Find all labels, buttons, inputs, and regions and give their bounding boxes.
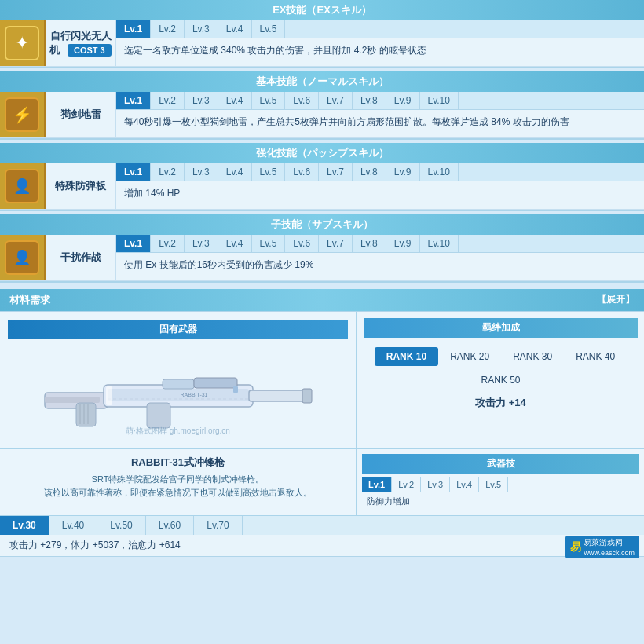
basic-level-tab-9[interactable]: Lv.9 [386, 92, 420, 109]
enhance-skill-section: 强化技能（パッシブスキル） 👤 特殊防弹板 Lv.1 Lv.2 Lv.3 Lv.… [0, 143, 644, 211]
ex-level-tab-2[interactable]: Lv.2 [151, 20, 185, 38]
sub-level-tab-7[interactable]: Lv.7 [319, 235, 353, 252]
enhance-skill-desc: 增加 14% HP [116, 181, 644, 206]
svg-rect-4 [108, 389, 249, 401]
bottom-section: RABBIT-31式冲锋枪 SRT特殊学院配发给宫子同学的制式冲锋枪。 该枪以高… [0, 448, 644, 515]
weapon-svg: RABBIT-31 [37, 349, 320, 436]
enhance-level-tab-1[interactable]: Lv.1 [116, 163, 151, 181]
basic-level-tab-8[interactable]: Lv.8 [353, 92, 386, 109]
ex-skill-icon: ✦ [0, 20, 46, 66]
ex-skill-section: EX技能（EXスキル） ✦ 自行闪光无人机 COST 3 [0, 0, 644, 68]
sub-level-tab-3[interactable]: Lv.3 [185, 235, 218, 252]
weapon-tech-block: 武器技 Lv.1 Lv.2 Lv.3 Lv.4 Lv.5 防御力增加 [357, 449, 644, 515]
basic-skill-desc: 每40秒引爆一枚小型㺃剑地雷，产生总共5枚弹片并向前方扇形范围扩散。每枚弹片造成… [116, 110, 644, 134]
materials-header: 材料需求 【展开】 [0, 289, 644, 311]
weapon-bonus-container: 固有武器 [0, 311, 644, 448]
svg-rect-15 [106, 386, 112, 405]
ex-skill-header: EX技能（EXスキル） [0, 0, 644, 20]
weapon-level-tab-40[interactable]: Lv.40 [49, 516, 97, 535]
materials-section: 材料需求 【展开】 固有武器 [0, 289, 644, 556]
enhance-skill-level-tabs: Lv.1 Lv.2 Lv.3 Lv.4 Lv.5 Lv.6 Lv.7 Lv.8 … [116, 163, 644, 181]
weapon-tech-tab-4[interactable]: Lv.4 [450, 477, 479, 492]
basic-level-tab-4[interactable]: Lv.4 [218, 92, 252, 109]
sub-skill-level-tabs: Lv.1 Lv.2 Lv.3 Lv.4 Lv.5 Lv.6 Lv.7 Lv.8 … [116, 235, 644, 253]
basic-level-tab-2[interactable]: Lv.2 [151, 92, 185, 109]
enhance-level-tab-10[interactable]: Lv.10 [420, 163, 459, 181]
watermark: 萌·格式图样 gh.moegirl.org.cn [126, 426, 230, 437]
weapon-tech-tab-1[interactable]: Lv.1 [362, 477, 392, 492]
enhance-skill-header: 强化技能（パッシブスキル） [0, 143, 644, 163]
svg-rect-6 [249, 390, 308, 401]
weapon-level-tab-60[interactable]: Lv.60 [146, 516, 194, 535]
weapon-level-tab-50[interactable]: Lv.50 [97, 516, 145, 535]
materials-title: 材料需求 [9, 293, 50, 307]
basic-skill-section: 基本技能（ノーマルスキル） ⚡ 㺃剑地雷 Lv.1 Lv.2 Lv.3 Lv.4… [0, 71, 644, 140]
sub-skill-name: 干扰作战 [46, 235, 116, 280]
sub-level-tab-8[interactable]: Lv.8 [353, 235, 386, 252]
svg-rect-5 [147, 403, 170, 428]
weapon-info-block: RABBIT-31式冲锋枪 SRT特殊学院配发给宫子同学的制式冲锋枪。 该枪以高… [0, 449, 357, 515]
basic-level-tab-1[interactable]: Lv.1 [116, 92, 151, 109]
rank-tab-40[interactable]: RANK 40 [564, 347, 627, 366]
weapon-level-tabs: Lv.30 Lv.40 Lv.50 Lv.60 Lv.70 [0, 516, 644, 535]
weapon-tech-tab-3[interactable]: Lv.3 [421, 477, 450, 492]
enhance-level-tab-8[interactable]: Lv.8 [353, 163, 386, 181]
svg-rect-8 [163, 379, 194, 389]
materials-expand-button[interactable]: 【展开】 [597, 293, 635, 307]
svg-rect-7 [302, 389, 312, 403]
weapon-tech-tab-5[interactable]: Lv.5 [479, 477, 508, 492]
enhance-level-tab-6[interactable]: Lv.6 [285, 163, 319, 181]
site-logo-text: 易萊游戏网 www.easck.com [584, 537, 635, 557]
weapon-level-tab-70[interactable]: Lv.70 [194, 516, 242, 535]
ex-level-tab-4[interactable]: Lv.4 [218, 20, 252, 38]
rank-tab-10[interactable]: RANK 10 [375, 347, 438, 366]
basic-level-tab-10[interactable]: Lv.10 [420, 92, 459, 109]
sub-level-tab-9[interactable]: Lv.9 [386, 235, 420, 252]
enhance-level-tab-2[interactable]: Lv.2 [151, 163, 185, 181]
sub-level-tab-5[interactable]: Lv.5 [252, 235, 286, 252]
rank-tabs-row2: RANK 50 [364, 368, 638, 391]
sub-level-tab-2[interactable]: Lv.2 [151, 235, 185, 252]
sub-level-tab-6[interactable]: Lv.6 [285, 235, 319, 252]
rank-tab-50[interactable]: RANK 50 [469, 371, 532, 390]
basic-skill-content: Lv.1 Lv.2 Lv.3 Lv.4 Lv.5 Lv.6 Lv.7 Lv.8 … [116, 92, 644, 137]
enhance-level-tab-7[interactable]: Lv.7 [319, 163, 353, 181]
basic-level-tab-6[interactable]: Lv.6 [285, 92, 319, 109]
weapon-tech-tab-2[interactable]: Lv.2 [392, 477, 421, 492]
bonus-desc: 攻击力 +14 [364, 391, 638, 415]
bonus-section-header: 羁绊加成 [364, 318, 638, 338]
basic-skill-name: 㺃剑地雷 [46, 92, 116, 137]
basic-level-tab-7[interactable]: Lv.7 [319, 92, 353, 109]
enhance-level-tab-5[interactable]: Lv.5 [252, 163, 286, 181]
sub-skill-desc: 使用 Ex 技能后的16秒内受到的伤害减少 19% [116, 253, 644, 277]
weapon-level-tab-30[interactable]: Lv.30 [0, 516, 49, 535]
weapon-level-block: Lv.30 Lv.40 Lv.50 Lv.60 Lv.70 攻击力 +279，体… [0, 515, 644, 556]
bonus-section: 羁绊加成 RANK 10 RANK 20 RANK 30 RANK 40 RAN… [357, 312, 644, 448]
enhance-skill-name: 特殊防弹板 [46, 163, 116, 209]
enhance-level-tab-4[interactable]: Lv.4 [218, 163, 252, 181]
weapon-tech-tabs: Lv.1 Lv.2 Lv.3 Lv.4 Lv.5 [362, 477, 639, 492]
svg-rect-2 [76, 403, 96, 426]
weapon-desc2: 该枪以高可靠性著称，即便在紧急情况下也可以做到高效地击退敌人。 [9, 486, 346, 499]
weapon-name: RABBIT-31式冲锋枪 [9, 456, 346, 470]
sub-level-tab-10[interactable]: Lv.10 [420, 235, 459, 252]
svg-rect-9 [194, 378, 237, 388]
weapon-tech-desc: 防御力增加 [362, 492, 639, 510]
sub-level-tab-4[interactable]: Lv.4 [218, 235, 252, 252]
basic-level-tab-5[interactable]: Lv.5 [252, 92, 286, 109]
sub-skill-icon: 👤 [0, 235, 46, 280]
ex-level-tab-1[interactable]: Lv.1 [116, 20, 151, 38]
ex-level-tab-3[interactable]: Lv.3 [185, 20, 218, 38]
enhance-level-tab-3[interactable]: Lv.3 [185, 163, 218, 181]
rank-tab-20[interactable]: RANK 20 [438, 347, 501, 366]
ex-level-tab-5[interactable]: Lv.5 [252, 20, 286, 38]
basic-level-tab-3[interactable]: Lv.3 [185, 92, 218, 109]
sub-skill-section: 子技能（サブスキル） 👤 干扰作战 Lv.1 Lv.2 Lv.3 Lv.4 Lv… [0, 214, 644, 283]
enhance-level-tab-9[interactable]: Lv.9 [386, 163, 420, 181]
sub-skill-content: Lv.1 Lv.2 Lv.3 Lv.4 Lv.5 Lv.6 Lv.7 Lv.8 … [116, 235, 644, 280]
sub-level-tab-1[interactable]: Lv.1 [116, 235, 151, 252]
rank-tab-30[interactable]: RANK 30 [501, 347, 564, 366]
ex-skill-level-tabs: Lv.1 Lv.2 Lv.3 Lv.4 Lv.5 [116, 20, 644, 38]
weapon-desc1: SRT特殊学院配发给宫子同学的制式冲锋枪。 [9, 473, 346, 486]
ex-skill-desc: 选定一名敌方单位造成 340% 攻击力的伤害，并且附加 4.2秒 的眩晕状态 [116, 38, 644, 63]
